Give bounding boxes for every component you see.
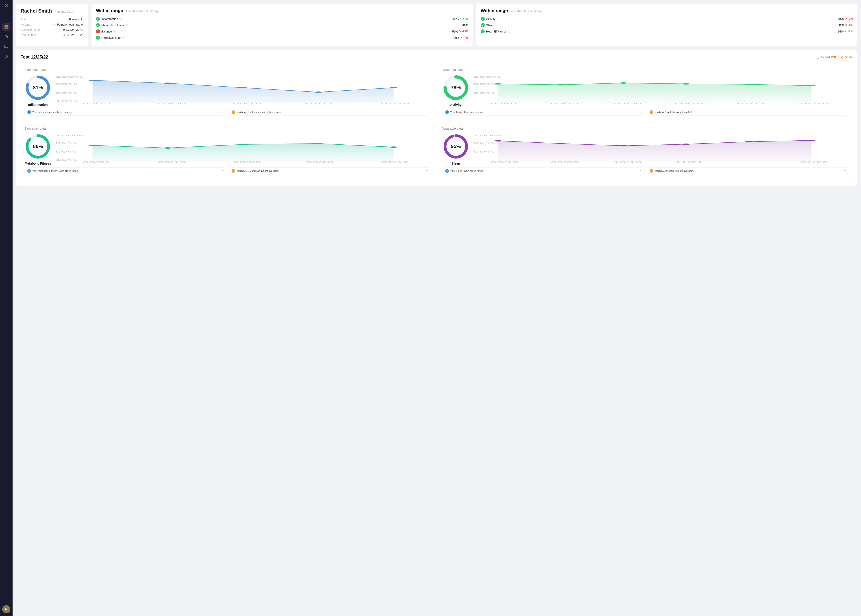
metric-pct: 86%	[462, 24, 468, 27]
export-pdf-button[interactable]: Export PDF	[816, 55, 837, 59]
svg-rect-0	[5, 25, 6, 27]
summary-name: ✓ Cardiovascular ⓘ	[96, 36, 125, 40]
kit-value: ♂ Female health panel	[54, 23, 83, 26]
sleep-bulb-icon: 💡	[650, 169, 653, 173]
metric-pct: 92%	[838, 24, 844, 27]
activity-panel: Wearable data 78% Activity	[438, 64, 853, 119]
sidebar-item-truck[interactable]	[2, 42, 10, 51]
chevron-down-icon-2: ▼	[426, 111, 428, 113]
inflammation-info-bar: ✓ Your inflammation levels are in range.…	[24, 109, 431, 115]
info-icon[interactable]: ⓘ	[495, 24, 497, 27]
inflammation-content: 81% Inflammation 100% 85% 60% 15%	[24, 74, 431, 107]
info-icon[interactable]: ⓘ	[508, 30, 510, 33]
wearable-rows: ✓ Activity ⓘ 85% ✕ -2% ✓ Sleep ⓘ 92% ✕ -…	[481, 17, 853, 33]
activity-range-chip[interactable]: ✓ Your Activity levels are in range. ▼	[442, 109, 645, 115]
svg-point-42	[682, 83, 690, 85]
inflammation-chart: 100% 85% 60% 15%	[55, 75, 431, 105]
biomarker-rows: ✓ Inflammation ⓘ 80% ✕ +7% ✓ Metabolic F…	[96, 17, 468, 40]
sidebar-item-route[interactable]	[2, 13, 10, 21]
svg-point-4	[5, 35, 8, 38]
svg-text:15%: 15%	[55, 159, 78, 161]
info-icon[interactable]: ⓘ	[496, 17, 499, 20]
sleep-range-chip[interactable]: ✓ Your Sleep levels are in range. ▼	[442, 168, 645, 174]
activity-insight-text: You have 1 Activity insight available.	[655, 111, 694, 113]
change-badge: ✕ -2%	[845, 24, 853, 27]
svg-text:85%: 85%	[473, 142, 495, 144]
svg-point-79	[808, 140, 815, 141]
metabolic-range-icon: ✓	[27, 169, 31, 173]
activity-range-text: Your Activity levels are in range.	[450, 111, 485, 113]
metric-value: 92% ✕ -2%	[838, 24, 853, 27]
info-icon[interactable]: ⓘ	[125, 24, 128, 27]
metric-name: Heart Efficiency	[486, 30, 506, 33]
svg-line-15	[842, 56, 842, 57]
activity-range-icon: ✓	[445, 110, 449, 114]
svg-point-59	[164, 147, 172, 149]
biomarker-summary-row: ✓ Balance ⓘ 59% ✕ -23%	[96, 29, 468, 33]
svg-point-43	[745, 84, 753, 85]
inflammation-panel-title: Biomarker data	[24, 68, 431, 72]
svg-point-40	[557, 84, 565, 85]
result-value: 24.3.2024, 12:28	[61, 33, 83, 36]
status-icon: ✓	[481, 17, 485, 21]
gender-icon: ♂	[54, 23, 56, 26]
svg-text:60%: 60%	[473, 92, 495, 94]
sidebar-item-star[interactable]	[2, 52, 10, 61]
metabolic-bulb-icon: 💡	[232, 169, 235, 173]
info-icon[interactable]: ⓘ	[122, 36, 125, 39]
bulb-icon: 💡	[232, 110, 235, 114]
activity-donut: 78%	[442, 74, 469, 101]
sidebar-item-location[interactable]	[2, 33, 10, 41]
svg-text:05/01: 05/01	[83, 161, 111, 163]
user-avatar[interactable]: R	[2, 605, 10, 613]
wearable-summary-card: Within range Wearable Data Summary ✓ Act…	[476, 3, 858, 46]
metric-name: Inflammation	[101, 17, 118, 20]
svg-marker-9	[5, 55, 8, 58]
svg-rect-3	[7, 27, 8, 28]
activity-insight-chip[interactable]: 💡 You have 1 Activity insight available.…	[647, 109, 849, 115]
biomarker-summary-subtitle: Biomarker Data Summary	[125, 9, 159, 13]
personal-data-card: Rachel Smith Personal Data Age: 28 years…	[16, 3, 88, 46]
metric-pct: 66%	[838, 30, 844, 33]
kit-row: Kit type: ♂ Female health panel	[20, 23, 83, 26]
kit-label: Kit type:	[20, 23, 31, 26]
svg-text:100%: 100%	[473, 135, 502, 137]
range-check-icon: ✓	[27, 110, 31, 114]
svg-point-77	[682, 143, 690, 145]
result-label: Result time:	[20, 33, 36, 36]
svg-point-7	[5, 47, 6, 48]
svg-text:85%: 85%	[473, 83, 495, 85]
svg-text:07/12: 07/12	[737, 102, 766, 104]
metric-value: 80% ✕ +7%	[453, 17, 468, 20]
svg-text:01/22: 01/22	[800, 161, 828, 163]
svg-text:100%: 100%	[55, 76, 84, 78]
metric-value: 86%	[462, 24, 468, 27]
status-icon: ✓	[96, 36, 100, 40]
svg-text:05/30: 05/30	[158, 102, 186, 104]
info-icon[interactable]: ⓘ	[119, 17, 122, 20]
svg-text:85%: 85%	[55, 83, 78, 85]
metabolic-label: Metabolic Fitness	[25, 162, 51, 165]
svg-text:05/15: 05/15	[551, 102, 579, 104]
svg-text:85%: 85%	[55, 142, 78, 144]
svg-text:100%: 100%	[55, 135, 84, 137]
chevron-down-icon-3: ▼	[640, 111, 642, 113]
inflammation-insight-chip[interactable]: 💡 You have 1 Inflammation insight availa…	[229, 109, 431, 115]
sleep-insight-chip[interactable]: 💡 You have 2 Sleep insights available. ▼	[647, 168, 849, 174]
logo-icon[interactable]: ✕	[4, 3, 8, 8]
svg-marker-22	[93, 80, 393, 104]
sleep-panel: Wearable data 95% Sleep	[438, 123, 853, 178]
info-icon[interactable]: ⓘ	[113, 30, 116, 33]
metabolic-insight-chip[interactable]: 💡 You have 1 Metabolic insight available…	[229, 168, 431, 174]
change-badge: ✕ -7%	[460, 36, 468, 39]
metric-value: 80% ✕ -7%	[454, 36, 468, 39]
sidebar-item-grid[interactable]	[2, 23, 10, 31]
svg-marker-57	[93, 143, 393, 162]
metabolic-range-chip[interactable]: ✓ Your Metabolic Fitness levels are in r…	[24, 168, 227, 174]
svg-point-61	[314, 143, 322, 144]
inflammation-range-chip[interactable]: ✓ Your inflammation levels are in range.…	[24, 109, 227, 115]
share-button[interactable]: Share	[841, 55, 853, 59]
svg-point-62	[390, 146, 398, 148]
main-content: Rachel Smith Personal Data Age: 28 years…	[13, 0, 861, 616]
svg-text:11/21: 11/21	[675, 161, 703, 163]
